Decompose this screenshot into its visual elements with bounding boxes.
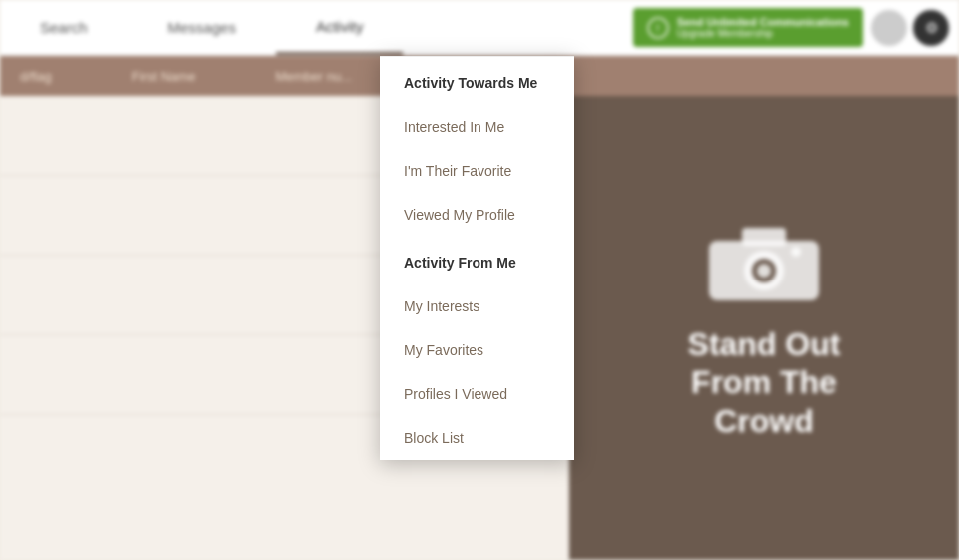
dropdown-section-towards-me: Activity Towards Me [380,57,574,105]
dropdown-item-profiles-i-viewed[interactable]: Profiles I Viewed [380,372,574,416]
dropdown-item-my-favorites[interactable]: My Favorites [380,328,574,372]
dropdown-section-from-me: Activity From Me [380,237,574,284]
dropdown-item-interested-in-me[interactable]: Interested In Me [380,105,574,149]
dropdown-overlay: Activity Towards Me Interested In Me I'm… [0,0,959,560]
activity-dropdown-menu: Activity Towards Me Interested In Me I'm… [380,56,574,460]
dropdown-item-their-favorite[interactable]: I'm Their Favorite [380,149,574,193]
dropdown-item-my-interests[interactable]: My Interests [380,284,574,328]
dropdown-item-block-list[interactable]: Block List [380,416,574,460]
dropdown-item-viewed-my-profile[interactable]: Viewed My Profile [380,193,574,237]
